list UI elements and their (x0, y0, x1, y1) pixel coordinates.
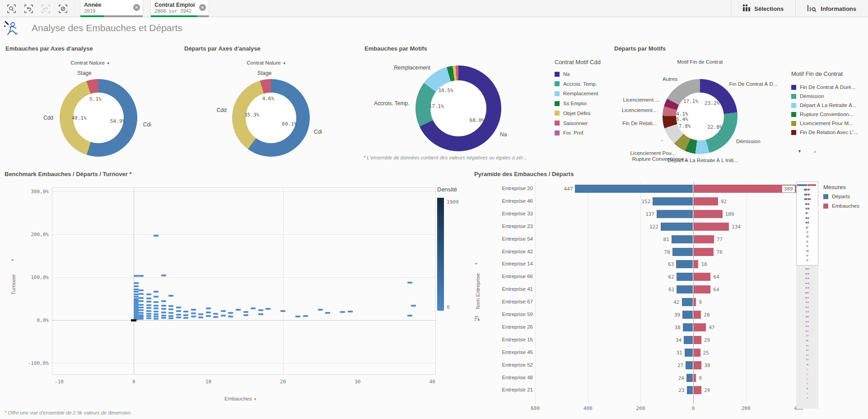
scatter-point[interactable] (139, 300, 144, 302)
row-label[interactable]: Entreprise 42 (465, 249, 533, 254)
scatter-point-dense[interactable] (131, 319, 136, 321)
bar-embauches[interactable] (694, 336, 701, 344)
scatter-point[interactable] (411, 305, 416, 307)
scatter-point[interactable] (198, 317, 203, 318)
row-label[interactable]: Entreprise 66 (465, 274, 533, 279)
scatter-point[interactable] (303, 315, 308, 317)
redo-icon[interactable] (37, 0, 54, 17)
scatter-point[interactable] (213, 316, 218, 318)
scatter-point[interactable] (318, 309, 323, 311)
scatter-point[interactable] (407, 282, 412, 284)
bar-embauches[interactable] (694, 285, 710, 293)
legend-contrat-motif-cdd-item[interactable]: Ss Emploi (555, 101, 587, 106)
bar-embauches[interactable] (694, 223, 729, 231)
bar-embauches[interactable] (694, 235, 714, 243)
scatter-point[interactable] (176, 314, 181, 316)
legend-motif-fin-de-contrat-item[interactable]: Départ À La Retraite À... (791, 102, 856, 108)
scatter-point[interactable] (407, 315, 412, 317)
row-label[interactable]: Entreprise 45 (465, 349, 533, 355)
scatter-point[interactable] (134, 293, 139, 295)
scatter-point[interactable] (161, 305, 166, 307)
scatter-point[interactable] (168, 305, 173, 307)
scatter-point[interactable] (206, 312, 211, 313)
bar-departs[interactable] (661, 223, 693, 231)
scatter-point[interactable] (168, 315, 173, 317)
scatter-point[interactable] (134, 300, 139, 302)
bar-embauches[interactable] (694, 323, 706, 331)
scatter-point[interactable] (146, 315, 151, 317)
bar-embauches[interactable] (694, 349, 700, 357)
bar-embauches[interactable] (694, 298, 696, 306)
scatter-point[interactable] (134, 305, 139, 307)
selections-button[interactable]: Sélections (731, 0, 795, 17)
bar-departs[interactable] (677, 273, 693, 281)
scatter-point[interactable] (146, 293, 151, 295)
scatter-point[interactable] (258, 309, 263, 311)
bar-embauches[interactable] (694, 210, 723, 218)
bar-embauches[interactable] (694, 361, 701, 369)
legend-motif-fin-de-contrat-item[interactable]: Fin De Contrat À Duré... (791, 84, 855, 90)
scatter-point[interactable] (139, 293, 144, 295)
scatter-point[interactable] (134, 289, 139, 290)
legend-mesures-item[interactable]: Départs (823, 194, 850, 199)
scatter-point[interactable] (161, 308, 166, 310)
bar-departs[interactable] (687, 386, 693, 394)
scatter-point[interactable] (221, 310, 226, 312)
row-label[interactable]: Entreprise 33 (465, 211, 533, 216)
scatter-point[interactable] (154, 318, 159, 320)
row-label[interactable]: Entreprise 14 (465, 261, 533, 266)
scatter-point[interactable] (191, 312, 196, 314)
legend-contrat-motif-cdd-item[interactable]: Accrois. Temp. (555, 81, 597, 87)
scatter-point[interactable] (266, 308, 271, 310)
scatter-point[interactable] (154, 316, 159, 317)
bar-embauches[interactable] (694, 248, 714, 256)
scatter-point[interactable] (146, 310, 151, 312)
scatter-point[interactable] (243, 311, 248, 313)
bar-departs[interactable] (684, 336, 693, 344)
row-label[interactable]: Entreprise 54 (465, 236, 533, 242)
row-label[interactable]: Entreprise 67 (465, 299, 533, 304)
bar-embauches[interactable] (694, 185, 796, 193)
scatter-point[interactable] (221, 315, 226, 317)
dimension-selector-contrat-nature-2[interactable]: Contrat Nature▼ (235, 60, 298, 65)
legend-motif-fin-de-contrat-item[interactable]: Rupture Conventionn... (791, 112, 853, 117)
undo-icon[interactable] (20, 0, 37, 17)
scatter-point[interactable] (139, 318, 144, 320)
scatter-point[interactable] (139, 307, 144, 308)
x-axis-title-embauches[interactable]: Embauches ▼ (224, 396, 257, 401)
scatter-point[interactable] (258, 313, 263, 315)
bar-departs[interactable] (653, 197, 693, 205)
scatter-point[interactable] (139, 309, 144, 311)
scatter-point[interactable] (168, 295, 173, 297)
scatter-point[interactable] (134, 285, 139, 287)
legend-motif-fin-de-contrat-item[interactable]: Licenciement Pour M... (791, 121, 853, 126)
scatter-point[interactable] (183, 314, 188, 316)
bar-embauches[interactable] (694, 311, 701, 319)
filter-chip-contrat-emploi[interactable]: Contrat Emploi 2868 sur 3942 ✕ (150, 0, 209, 17)
scatter-point[interactable] (134, 298, 139, 300)
scatter-point[interactable] (134, 296, 139, 298)
scatter-point[interactable] (161, 275, 166, 276)
scatter-point[interactable] (139, 289, 144, 291)
bar-departs[interactable] (686, 374, 693, 382)
scatter-point[interactable] (348, 311, 353, 312)
scatter-point[interactable] (154, 305, 159, 307)
scatter-point[interactable] (139, 312, 144, 314)
y-axis-title-turnover[interactable]: Turnover (11, 274, 16, 295)
legend-mesures-item[interactable]: Embauches (823, 203, 859, 209)
bar-embauches[interactable] (694, 197, 718, 205)
scatter-point[interactable] (236, 309, 241, 311)
scatter-point[interactable] (206, 307, 211, 309)
row-label[interactable]: Entreprise 20 (465, 186, 533, 191)
scatter-point[interactable] (183, 317, 188, 319)
clear-selections-icon[interactable] (54, 0, 71, 17)
bar-departs[interactable] (685, 349, 693, 357)
scatter-point[interactable] (134, 303, 139, 305)
scatter-point[interactable] (191, 316, 196, 317)
legend-contrat-motif-cdd-item[interactable]: For. Prof. (555, 130, 584, 135)
scatter-point[interactable] (213, 313, 218, 315)
row-label[interactable]: Entreprise 21 (465, 387, 533, 392)
bar-embauches[interactable] (694, 273, 710, 281)
scatter-point[interactable] (228, 312, 233, 314)
scatter-point[interactable] (134, 307, 139, 308)
